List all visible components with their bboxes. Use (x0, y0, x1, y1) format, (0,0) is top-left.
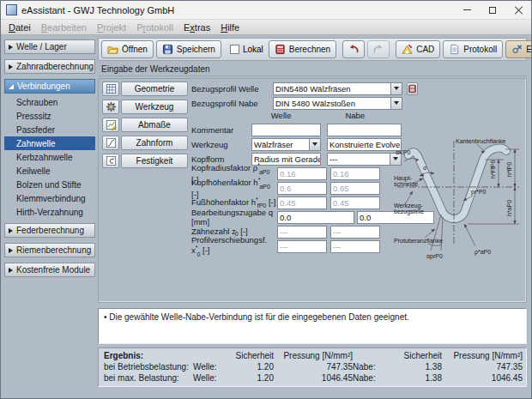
open-button[interactable]: Öffnen (101, 40, 154, 58)
settings-button[interactable]: Einstellungen (505, 40, 532, 58)
diagram-label-pr-p0: pr*P0 (471, 189, 487, 196)
sidebar-item-kerbzahnwelle[interactable]: Kerbzahnwelle (4, 150, 95, 164)
minimize-button[interactable] (454, 1, 480, 19)
gear-icon (106, 101, 117, 112)
sidebar-section-welle-lager[interactable]: Welle / Lager (4, 39, 95, 54)
maximize-icon (489, 7, 496, 14)
calculator-icon (275, 44, 286, 55)
results-table: Ergebnis: Sicherheit Pressung [N/mm²] Si… (104, 351, 521, 383)
form-area: Bezugsprofil Welle DIN5480 Wälzfräsen Be… (191, 82, 390, 254)
sidebar-item-klemmverbindung[interactable]: Klemmverbindung (4, 191, 95, 205)
kommentar-welle-input[interactable] (251, 124, 321, 136)
werkzeug-welle-select[interactable]: Wälzfräser (251, 138, 321, 151)
sidebar-item-keilwelle[interactable]: Keilwelle (4, 164, 95, 178)
triangle-right-icon (9, 64, 13, 70)
sigma-icon (106, 155, 117, 166)
geometrie-button[interactable]: Geometrie (121, 82, 188, 96)
zahnform-icon-button[interactable] (102, 136, 119, 150)
undo-button[interactable] (342, 40, 365, 58)
sidebar-section-zahnradberechnung[interactable]: Zahnradberechnung (4, 59, 95, 74)
status-message-box: • Die gewählte Welle-Nabe-Verbindung ist… (98, 308, 527, 344)
menu-bearbeiten: Bearbeiten (36, 21, 92, 33)
maximize-button[interactable] (480, 1, 505, 19)
sidebar-item-passfeder[interactable]: Passfeder (4, 123, 95, 136)
results-panel: Ergebnis: Sicherheit Pressung [N/mm²] Si… (98, 348, 527, 387)
zahnform-button[interactable]: Zahnform (121, 136, 188, 150)
tool-profile-diagram: αKP0 Kantenbruchflanke α Haupt- schneide… (394, 136, 524, 266)
curve-icon (106, 137, 117, 148)
diagram-label-kantenbruchflanke: Kantenbruchflanke (456, 138, 505, 144)
bearbeitungszugabe-label: Bearbeitungszugabe q [mm] (191, 208, 277, 227)
cad-icon (402, 44, 413, 55)
nabe-column-header: Nabe (320, 111, 390, 122)
save-button[interactable]: Speichern (156, 40, 221, 58)
werkzeug-icon-button[interactable] (102, 100, 119, 114)
werkzeugdaten-groupbox: Geometrie Werkzeug Abmaße Zahnform (98, 78, 527, 303)
calculate-button[interactable]: Berechnen (269, 40, 336, 58)
zaehnezahl-nabe-field (330, 226, 380, 239)
diagram-label-h-fp0: h*fP0 (506, 162, 512, 177)
welle-column-header: Welle (248, 111, 314, 122)
save-disk-icon (162, 44, 173, 55)
chevron-down-icon[interactable] (390, 83, 402, 94)
abmasse-icon-button[interactable] (102, 118, 119, 132)
results-col-sicherheit-2: Sicherheit (396, 351, 442, 360)
protocol-button[interactable]: Protokoll (443, 40, 503, 58)
diagram-label-h-ap0: h*aP0 (506, 200, 512, 216)
mini-calculator-icon (408, 84, 417, 94)
sidebar-item-zahnwelle[interactable]: Zahnwelle (4, 136, 95, 150)
sidebar: Welle / Lager Zahnradberechnung Verbindu… (4, 39, 95, 391)
redo-icon (372, 44, 384, 55)
kopfradiusfaktor-welle-field (277, 167, 327, 180)
sidebar-item-bolzen-und-stifte[interactable]: Bolzen und Stifte (4, 178, 95, 191)
menu-protokoll: Protokoll (131, 21, 178, 33)
werkzeug-nabe-select[interactable]: Konstruierte Evolve... (327, 138, 402, 151)
zaehnezahl-welle-field (277, 226, 327, 239)
kopfhoehenfaktor-welle-field (277, 182, 327, 195)
sidebar-section-federberechnung[interactable]: Federberechnung (4, 223, 95, 238)
sidebar-section-verbindungen[interactable]: Verbindungen (4, 79, 95, 94)
abmasse-button[interactable]: Abmaße (121, 118, 188, 132)
chart-pencil-icon (106, 119, 117, 130)
section-title: Eingabe der Werkzeugdaten (98, 63, 527, 76)
bezugsprofil-welle-select[interactable]: DIN5480 Wälzfräsen (273, 82, 402, 95)
close-button[interactable] (505, 1, 531, 19)
sidebar-verbindungen-items: Schrauben Presssitz Passfeder Zahnwelle … (4, 95, 95, 219)
diagram-label-protuberanzflanke: Protuberanzflanke (394, 238, 443, 244)
chevron-down-icon[interactable] (309, 139, 320, 150)
diagram-label-rho-ap0: ρ*aP0 (475, 249, 491, 256)
menu-hilfe[interactable]: Hilfe (215, 21, 245, 33)
cad-button[interactable]: CAD (396, 40, 440, 58)
sidebar-section-riemenberechnung[interactable]: Riemenberechnung (4, 243, 95, 257)
geometrie-icon-button[interactable] (102, 82, 119, 96)
bezugsprofil-nabe-label: Bezugsprofil Nabe (191, 99, 273, 108)
menu-bar: Datei Bearbeiten Projekt Protokoll Extra… (1, 20, 531, 35)
kopfhoehenfaktor-label: Kopfhöhenfaktor h*aP0 [-] (191, 177, 277, 198)
sidebar-item-hirth-verzahnung[interactable]: Hirth-Verzahnung (4, 205, 95, 219)
festigkeit-button[interactable]: Festigkeit (121, 154, 188, 168)
werkzeug-button[interactable]: Werkzeug (121, 100, 188, 114)
app-window: eAssistant - GWJ Technology GmbH Datei B… (0, 0, 532, 399)
din-profile-button[interactable] (407, 82, 418, 95)
sidebar-item-presssitz[interactable]: Presssitz (4, 109, 95, 123)
bezugsprofil-welle-label: Bezugsprofil Welle (191, 84, 273, 94)
toolbar: Öffnen Speichern Lokal Berechnen (98, 38, 527, 61)
kopfform-nabe-select[interactable]: --- (327, 153, 402, 166)
sidebar-item-schrauben[interactable]: Schrauben (4, 95, 95, 109)
window-title: eAssistant - GWJ Technology GmbH (21, 5, 174, 15)
lokal-checkbox[interactable]: Lokal (230, 45, 263, 54)
sidebar-section-kostenfreie-module[interactable]: Kostenfreie Module (4, 263, 95, 277)
kommentar-nabe-input[interactable] (327, 124, 402, 136)
diagram-label-alpha: α (423, 165, 426, 171)
triangle-right-icon (9, 228, 13, 233)
triangle-right-icon (9, 268, 13, 273)
nav-column: Geometrie Werkzeug Abmaße Zahnform (102, 82, 188, 172)
chevron-down-icon[interactable] (390, 98, 402, 109)
menu-datei[interactable]: Datei (3, 21, 36, 33)
bearbeitungszugabe-welle-input[interactable] (277, 211, 354, 224)
bezugsprofil-nabe-select[interactable]: DIN 5480 Wälzstoßen (273, 97, 402, 110)
menu-extras[interactable]: Extras (178, 21, 215, 33)
festigkeit-icon-button[interactable] (102, 154, 119, 168)
diagram-label-bezugslinie-2: bezugslinie (394, 209, 424, 215)
kommentar-label: Kommentar (191, 125, 251, 135)
